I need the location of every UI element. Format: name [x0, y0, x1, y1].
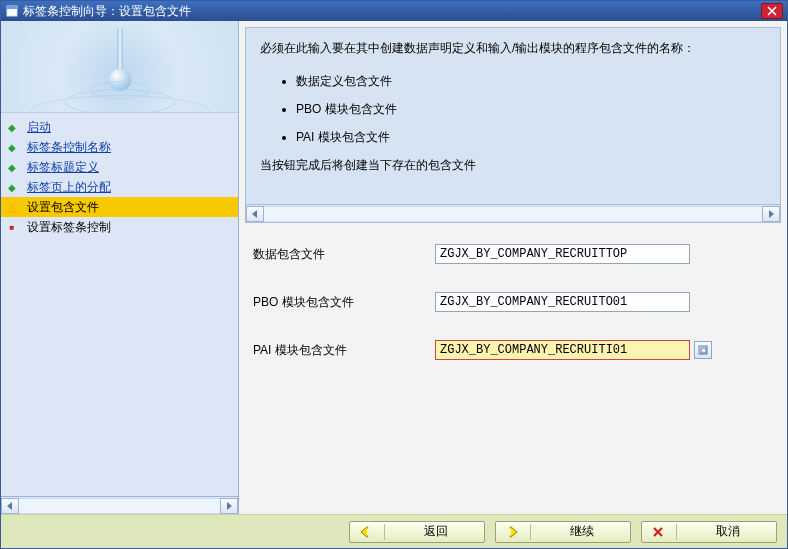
instructions-box: 必须在此输入要在其中创建数据声明定义和输入/输出模块的程序包含文件的名称： 数据… — [245, 27, 781, 205]
close-button[interactable] — [761, 3, 783, 19]
back-icon — [358, 524, 374, 540]
step-set-control[interactable]: ■ 设置标签条控制 — [1, 217, 238, 237]
svg-rect-1 — [7, 6, 17, 9]
include-files-form: 数据包含文件 PBO 模块包含文件 PAI 模块包含文件 — [245, 223, 781, 514]
scroll-right-button[interactable] — [762, 206, 780, 222]
button-label: 返回 — [395, 523, 476, 540]
sidebar-banner — [1, 21, 238, 113]
field-label: PBO 模块包含文件 — [253, 294, 435, 311]
step-assign[interactable]: ◆ 标签页上的分配 — [1, 177, 238, 197]
wizard-steps: ◆ 启动 ◆ 标签条控制名称 ◆ 标签标题定义 ◆ 标签页上的分配 △ 设置 — [1, 113, 238, 496]
step-include-files[interactable]: △ 设置包含文件 — [1, 197, 238, 217]
status-current-icon: △ — [5, 202, 19, 213]
status-pending-icon: ■ — [5, 223, 19, 232]
step-title-def[interactable]: ◆ 标签标题定义 — [1, 157, 238, 177]
form-row-data-include: 数据包含文件 — [253, 241, 773, 267]
list-item: 数据定义包含文件 — [296, 68, 766, 96]
data-include-input[interactable] — [435, 244, 690, 264]
step-control-name[interactable]: ◆ 标签条控制名称 — [1, 137, 238, 157]
instructions-text: 必须在此输入要在其中创建数据声明定义和输入/输出模块的程序包含文件的名称： — [260, 38, 766, 58]
continue-icon — [504, 524, 520, 540]
step-label: 设置包含文件 — [27, 199, 99, 216]
status-done-icon: ◆ — [5, 162, 19, 173]
step-link[interactable]: 标签条控制名称 — [27, 139, 111, 156]
wizard-window: 标签条控制向导：设置包含文件 ◆ 启动 ◆ 标签条控制名 — [0, 0, 788, 549]
step-link[interactable]: 标签页上的分配 — [27, 179, 111, 196]
title-bar: 标签条控制向导：设置包含文件 — [1, 1, 787, 21]
list-item: PBO 模块包含文件 — [296, 96, 766, 124]
wizard-content: 必须在此输入要在其中创建数据声明定义和输入/输出模块的程序包含文件的名称： 数据… — [239, 21, 787, 514]
instructions-scrollbar[interactable] — [245, 205, 781, 223]
cancel-icon — [650, 524, 666, 540]
cancel-button[interactable]: 取消 — [641, 521, 777, 543]
status-done-icon: ◆ — [5, 182, 19, 193]
scroll-left-button[interactable] — [1, 498, 19, 514]
status-done-icon: ◆ — [5, 122, 19, 133]
svg-rect-3 — [701, 348, 706, 353]
status-done-icon: ◆ — [5, 142, 19, 153]
wizard-button-bar: 返回 继续 取消 — [1, 514, 787, 548]
field-label: 数据包含文件 — [253, 246, 435, 263]
step-link[interactable]: 启动 — [27, 119, 51, 136]
value-help-button[interactable] — [694, 341, 712, 359]
scroll-right-button[interactable] — [220, 498, 238, 514]
pbo-include-input[interactable] — [435, 292, 690, 312]
window-icon — [5, 4, 19, 18]
form-row-pbo-include: PBO 模块包含文件 — [253, 289, 773, 315]
list-item: PAI 模块包含文件 — [296, 124, 766, 152]
scroll-left-button[interactable] — [246, 206, 264, 222]
pai-include-input[interactable] — [435, 340, 690, 360]
window-title: 标签条控制向导：设置包含文件 — [23, 3, 191, 20]
scroll-track[interactable] — [264, 206, 762, 222]
form-row-pai-include: PAI 模块包含文件 — [253, 337, 773, 363]
scroll-track[interactable] — [19, 498, 220, 514]
instructions-list: 数据定义包含文件 PBO 模块包含文件 PAI 模块包含文件 — [296, 68, 766, 151]
back-button[interactable]: 返回 — [349, 521, 485, 543]
step-start[interactable]: ◆ 启动 — [1, 117, 238, 137]
sidebar-scrollbar[interactable] — [1, 496, 238, 514]
instructions-truncated: 当按钮完成后将创建当下存在的包含文件 — [260, 157, 766, 174]
wizard-sidebar: ◆ 启动 ◆ 标签条控制名称 ◆ 标签标题定义 ◆ 标签页上的分配 △ 设置 — [1, 21, 239, 514]
step-label: 设置标签条控制 — [27, 219, 111, 236]
button-label: 取消 — [687, 523, 768, 540]
field-label: PAI 模块包含文件 — [253, 342, 435, 359]
continue-button[interactable]: 继续 — [495, 521, 631, 543]
button-label: 继续 — [541, 523, 622, 540]
step-link[interactable]: 标签标题定义 — [27, 159, 99, 176]
